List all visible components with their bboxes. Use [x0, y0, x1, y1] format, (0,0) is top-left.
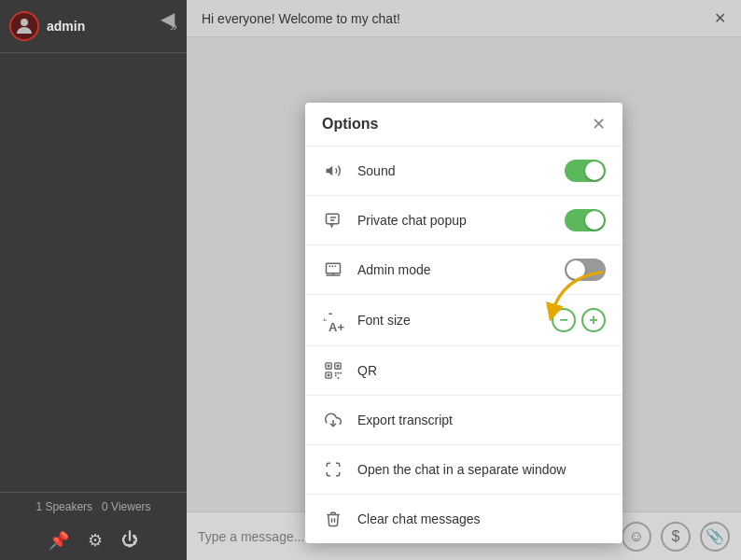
svg-rect-21 — [338, 377, 340, 379]
svg-rect-2 — [327, 214, 340, 224]
chat-popup-icon — [322, 209, 344, 231]
trash-icon — [322, 508, 344, 530]
admin-mode-label: Admin mode — [357, 262, 555, 277]
sidebar-header: admin » — [0, 0, 187, 53]
back-arrow-icon[interactable]: ◀ — [161, 7, 175, 30]
option-admin-mode[interactable]: Admin mode — [305, 245, 622, 295]
svg-rect-5 — [327, 263, 341, 273]
options-modal: Options ✕ Sound — [305, 103, 622, 543]
chat-title: Hi everyone! Welcome to my chat! — [202, 11, 400, 26]
font-size-decrease-button[interactable]: − — [552, 308, 576, 332]
username-label: admin — [47, 19, 85, 34]
option-sound[interactable]: Sound — [305, 147, 622, 196]
svg-text:-A+: -A+ — [323, 318, 328, 322]
avatar — [9, 11, 39, 41]
option-export-transcript[interactable]: Export transcript — [305, 396, 622, 445]
admin-icon — [322, 259, 344, 281]
admin-mode-toggle[interactable] — [565, 259, 606, 281]
svg-rect-14 — [337, 365, 340, 368]
sidebar: admin » 1 Speakers 0 Viewers 📌 ⚙ ⏻ — [0, 0, 187, 560]
qr-icon — [322, 359, 344, 382]
main-header: Hi everyone! Welcome to my chat! ✕ — [187, 0, 741, 37]
export-transcript-label: Export transcript — [357, 413, 606, 427]
clear-chat-label: Clear chat messages — [357, 511, 606, 526]
footer-actions: 📌 ⚙ ⏻ — [0, 521, 187, 560]
qr-label: QR — [357, 363, 606, 378]
font-size-label: Font size — [357, 313, 542, 328]
emoji-icon[interactable]: ☺ — [622, 522, 651, 552]
modal-title: Options — [322, 116, 378, 133]
attach-icon[interactable]: 📎 — [700, 522, 730, 552]
svg-rect-12 — [328, 365, 330, 368]
option-font-size[interactable]: -A+ -A+ Font size − + — [305, 295, 622, 346]
modal-header: Options ✕ — [305, 103, 622, 147]
gear-icon[interactable]: ⚙ — [88, 530, 103, 551]
open-separate-window-label: Open the chat in a separate window — [357, 462, 606, 477]
export-icon — [322, 409, 344, 431]
power-icon[interactable]: ⏻ — [121, 530, 138, 551]
option-qr[interactable]: QR — [305, 346, 622, 396]
sound-toggle[interactable] — [565, 160, 606, 182]
svg-rect-19 — [340, 372, 342, 374]
font-size-control: − + — [552, 308, 606, 332]
sidebar-user: admin — [9, 11, 85, 41]
main-chat-area: Hi everyone! Welcome to my chat! ✕ Optio… — [187, 0, 741, 560]
svg-marker-1 — [327, 166, 333, 176]
modal-body: Sound — [305, 147, 622, 543]
chat-body: Options ✕ Sound — [187, 37, 741, 511]
speakers-viewers-label: 1 Speakers 0 Viewers — [0, 493, 187, 521]
sidebar-footer: 1 Speakers 0 Viewers 📌 ⚙ ⏻ — [0, 492, 187, 560]
pin-icon[interactable]: 📌 — [49, 530, 69, 551]
chat-action-icons: ☺ $ 📎 — [622, 522, 730, 552]
option-open-separate-window[interactable]: Open the chat in a separate window — [305, 445, 622, 495]
modal-overlay: Options ✕ Sound — [187, 37, 741, 511]
private-chat-popup-label: Private chat popup — [357, 213, 555, 228]
modal-close-button[interactable]: ✕ — [592, 116, 606, 133]
private-chat-toggle[interactable] — [565, 209, 606, 231]
svg-rect-20 — [335, 375, 337, 377]
volume-icon — [322, 160, 344, 182]
option-private-chat-popup[interactable]: Private chat popup — [305, 196, 622, 245]
dollar-icon[interactable]: $ — [661, 522, 691, 552]
svg-rect-16 — [328, 374, 330, 377]
main-close-button[interactable]: ✕ — [714, 9, 726, 27]
sound-label: Sound — [357, 163, 555, 178]
font-size-icon: -A+ -A+ — [322, 309, 344, 331]
window-icon — [322, 458, 344, 481]
svg-rect-18 — [338, 372, 340, 374]
svg-rect-17 — [335, 372, 337, 374]
font-size-increase-button[interactable]: + — [581, 308, 606, 332]
svg-point-0 — [21, 19, 28, 26]
option-clear-chat[interactable]: Clear chat messages — [305, 495, 622, 543]
